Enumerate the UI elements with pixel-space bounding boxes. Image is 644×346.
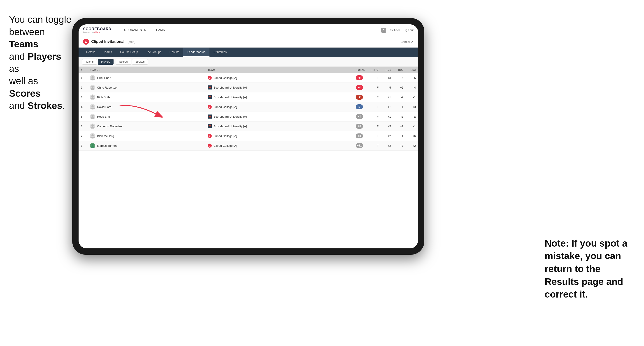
tablet-screen: SCOREBOARD Powered by clippd TOURNAMENTS… [78, 24, 418, 248]
team-name: Scoreboard University [A] [214, 115, 247, 118]
table-row[interactable]: 6 Cameron Robertson Scoreboard Universit… [78, 122, 418, 131]
score-badge: +6 [356, 124, 363, 129]
svg-rect-18 [208, 117, 211, 117]
col-player: PLAYER [88, 67, 206, 73]
tournament-title-row: C Clippd Invitational (Men) [83, 39, 135, 45]
rd2-cell: +2 [393, 122, 406, 131]
svg-rect-16 [208, 116, 211, 116]
player-avatar [90, 133, 95, 139]
table-row[interactable]: 8 Marcus Turners C Clippd College [A] +1… [78, 141, 418, 151]
col-team: TEAM [206, 67, 340, 73]
toggle-strokes[interactable]: Strokes [132, 59, 148, 65]
team-cell: C Clippd College [A] [206, 73, 340, 83]
rank-cell: 6 [78, 122, 88, 131]
toggle-scores[interactable]: Scores [116, 59, 131, 65]
total-cell: -4 [352, 83, 367, 92]
rd1-cell: +5 [381, 122, 393, 131]
rd2-cell: E [393, 112, 406, 122]
svg-rect-23 [208, 127, 211, 127]
team-name: Scoreboard University [A] [214, 96, 247, 99]
score-badge: +8 [356, 134, 363, 138]
team-name: Clippd College [A] [214, 76, 237, 80]
rd3-cell: -4 [406, 83, 418, 92]
team-cell: Scoreboard University [A] [206, 122, 340, 131]
logo-text: SCOREBOARD [83, 27, 112, 31]
cancel-button[interactable]: Cancel ✕ [401, 40, 414, 43]
score-badge: -2 [356, 95, 363, 100]
tournament-header: C Clippd Invitational (Men) Cancel ✕ [78, 36, 418, 48]
team-name: Scoreboard University [A] [214, 125, 247, 128]
team-cell: C Clippd College [A] [206, 102, 340, 112]
leaderboard-table: # PLAYER TEAM TOTAL THRU RD1 RD2 RD3 1 [78, 67, 418, 248]
user-name: Test User | [388, 29, 401, 32]
nav-teams[interactable]: TEAMS [150, 24, 169, 36]
nav-right: Test User | Sign out [381, 28, 414, 33]
thru-cell: F [367, 102, 381, 112]
rank-cell: 1 [78, 73, 88, 83]
table-header-row: # PLAYER TEAM TOTAL THRU RD1 RD2 RD3 [78, 67, 418, 73]
player-cell: Cameron Robertson [88, 122, 206, 131]
thru-cell: F [367, 112, 381, 122]
rank-cell: 4 [78, 102, 88, 112]
total-cell: +1 [352, 112, 367, 122]
player-cell: Rich Butler [88, 92, 206, 102]
svg-rect-7 [208, 88, 211, 88]
team-logo-c: C [208, 144, 212, 148]
score-badge: -8 [356, 75, 363, 80]
logo-area: SCOREBOARD Powered by clippd [83, 27, 112, 33]
total-cell: -2 [352, 92, 367, 102]
toggle-players[interactable]: Players [98, 59, 114, 65]
player-name: Blair McHarg [97, 134, 114, 138]
team-cell: C Clippd College [A] [206, 141, 340, 151]
player-name: Rich Butler [97, 96, 112, 99]
total-cell: +8 [352, 131, 367, 141]
team-logo-s [208, 115, 212, 119]
tab-results[interactable]: Results [166, 48, 183, 57]
tab-details[interactable]: Details [82, 48, 99, 57]
svg-rect-10 [208, 96, 211, 97]
team-logo-s [208, 124, 212, 128]
table-row[interactable]: 7 Blair McHarg C Clippd College [A] +8 F… [78, 131, 418, 141]
toggle-teams[interactable]: Teams [82, 59, 97, 65]
table-row[interactable]: 1 Elliot Ebert C Clippd College [A] -8 F… [78, 73, 418, 83]
svg-point-19 [92, 124, 94, 127]
tab-teams[interactable]: Teams [99, 48, 116, 57]
tournament-logo: C [83, 39, 89, 45]
tab-course-setup[interactable]: Course Setup [116, 48, 142, 57]
player-cell: Chris Robertson [88, 83, 206, 92]
rd3-cell: +3 [406, 102, 418, 112]
svg-point-25 [92, 144, 94, 146]
rd3-cell: -1 [406, 122, 418, 131]
col-thru: THRU [367, 67, 381, 73]
table-row[interactable]: 2 Chris Robertson Scoreboard University … [78, 83, 418, 92]
tab-leaderboards[interactable]: Leaderboards [183, 48, 210, 57]
tab-tee-groups[interactable]: Tee Groups [142, 48, 166, 57]
rd1-cell: +2 [381, 141, 393, 151]
svg-point-8 [92, 95, 94, 98]
svg-point-3 [92, 86, 94, 88]
rd1-cell: +3 [381, 73, 393, 83]
table-row[interactable]: 3 Rich Butler Scoreboard University [A] … [78, 92, 418, 102]
toggle-bar: Teams Players Scores Strokes [78, 57, 418, 67]
rd1-cell: +1 [381, 92, 393, 102]
col-rd3: RD3 [406, 67, 418, 73]
svg-point-24 [92, 134, 94, 136]
team-cell: Scoreboard University [A] [206, 112, 340, 122]
total-cell: +11 [352, 141, 367, 151]
thru-cell: F [367, 141, 381, 151]
sign-out-link[interactable]: Sign out [404, 29, 414, 32]
nav-tournaments[interactable]: TOURNAMENTS [118, 24, 150, 36]
player-name: David Ford [97, 105, 112, 109]
sub-navigation: Details Teams Course Setup Tee Groups Re… [78, 48, 418, 57]
left-annotation: You can toggle between Teams and Players… [9, 13, 72, 112]
logo-sub: Powered by clippd [83, 31, 112, 33]
svg-rect-17 [208, 116, 211, 117]
rd2-cell: +5 [393, 83, 406, 92]
player-avatar [90, 124, 95, 129]
arrow-annotation [118, 101, 162, 120]
tab-printables[interactable]: Printables [210, 48, 231, 57]
rd3-cell: E [406, 112, 418, 122]
svg-point-2 [92, 76, 94, 78]
score-badge: +1 [356, 114, 363, 119]
rd3-cell: +2 [406, 141, 418, 151]
